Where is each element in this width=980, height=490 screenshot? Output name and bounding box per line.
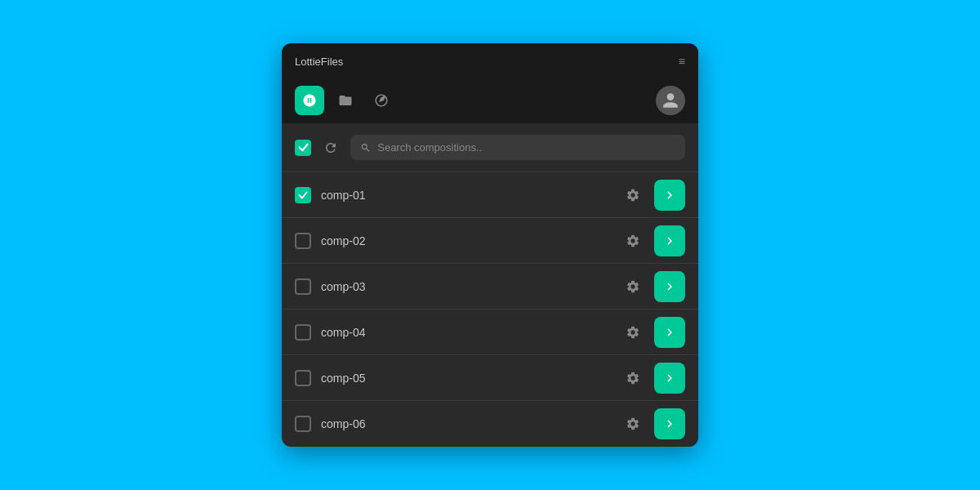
- check-icon: [298, 190, 308, 200]
- composition-list: comp-01 comp-02: [282, 172, 698, 447]
- comp-06-settings-button[interactable]: [621, 412, 644, 435]
- table-row: comp-06: [282, 401, 698, 447]
- search-input[interactable]: [377, 141, 675, 154]
- comp-05-go-button[interactable]: [654, 363, 685, 394]
- main-panel: LottieFiles ≡: [282, 43, 698, 447]
- gear-icon: [626, 416, 640, 431]
- arrow-right-icon: [662, 188, 677, 203]
- lottie-icon: [302, 93, 317, 108]
- select-all-checkbox[interactable]: [295, 140, 311, 156]
- comp-02-label: comp-02: [321, 234, 612, 247]
- comp-04-label: comp-04: [321, 326, 612, 339]
- comp-03-label: comp-03: [321, 280, 612, 293]
- arrow-right-icon: [662, 371, 677, 385]
- comp-03-go-button[interactable]: [654, 271, 685, 302]
- compass-icon: [374, 93, 389, 108]
- arrow-right-icon: [662, 325, 677, 340]
- gear-icon: [626, 234, 640, 248]
- search-icon: [360, 142, 371, 154]
- table-row: comp-05: [282, 355, 698, 401]
- comp-05-label: comp-05: [321, 372, 612, 385]
- checkmark-icon: [298, 142, 309, 153]
- arrow-right-icon: [662, 234, 677, 248]
- comp-06-label: comp-06: [321, 417, 612, 430]
- arrow-right-icon: [662, 416, 677, 431]
- arrow-right-icon: [662, 279, 677, 294]
- folder-icon: [338, 93, 353, 108]
- comp-04-settings-button[interactable]: [621, 321, 644, 344]
- user-avatar-button[interactable]: [656, 86, 685, 115]
- gear-icon: [626, 325, 640, 340]
- comp-01-checkbox[interactable]: [295, 187, 311, 203]
- refresh-button[interactable]: [319, 136, 342, 159]
- comp-01-go-button[interactable]: [654, 180, 685, 211]
- comp-05-checkbox[interactable]: [295, 370, 311, 386]
- table-row: comp-02: [282, 218, 698, 264]
- gear-icon: [626, 371, 640, 385]
- app-title: LottieFiles: [295, 56, 672, 68]
- comp-04-go-button[interactable]: [654, 317, 685, 348]
- comp-02-checkbox[interactable]: [295, 233, 311, 249]
- search-row: [282, 123, 698, 172]
- comp-01-settings-button[interactable]: [621, 184, 644, 207]
- table-row: comp-04: [282, 310, 698, 355]
- comp-03-checkbox[interactable]: [295, 278, 311, 295]
- menu-icon[interactable]: ≡: [679, 55, 685, 68]
- comp-02-go-button[interactable]: [654, 225, 685, 256]
- header-bar: LottieFiles ≡: [282, 43, 698, 79]
- table-row: comp-01: [282, 172, 698, 218]
- avatar-icon: [662, 91, 679, 109]
- gear-icon: [626, 188, 640, 203]
- gear-icon: [626, 279, 640, 294]
- comp-04-checkbox[interactable]: [295, 324, 311, 341]
- comp-02-settings-button[interactable]: [621, 229, 644, 252]
- refresh-icon: [323, 140, 338, 155]
- search-input-container: [350, 135, 685, 160]
- comp-05-settings-button[interactable]: [621, 367, 644, 390]
- toolbar: [282, 79, 698, 123]
- tab-folder[interactable]: [331, 86, 360, 115]
- tab-compass[interactable]: [367, 86, 396, 115]
- comp-01-label: comp-01: [321, 189, 612, 202]
- comp-06-go-button[interactable]: [654, 408, 685, 439]
- table-row: comp-03: [282, 264, 698, 310]
- comp-03-settings-button[interactable]: [621, 275, 644, 298]
- tab-lottie[interactable]: [295, 86, 324, 115]
- comp-06-checkbox[interactable]: [295, 416, 311, 432]
